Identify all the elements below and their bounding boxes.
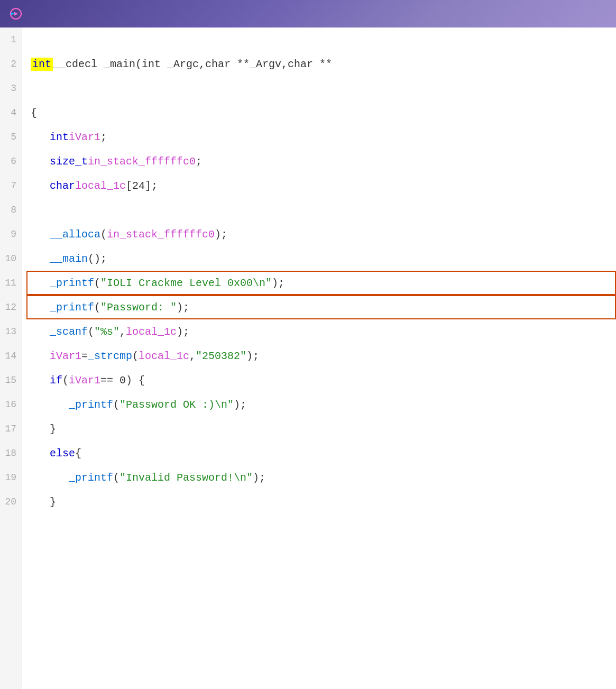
token-type: size_t — [50, 155, 88, 168]
token-str: "IOLI Crackme Level 0x00\n" — [100, 277, 272, 289]
title-bar — [0, 0, 616, 27]
code-line-15: if (iVar1 == 0) { — [31, 368, 616, 392]
token-var: in_stack_ffffffc0 — [107, 228, 215, 241]
code-line-10: __main(); — [31, 246, 616, 271]
decompile-window: 1234567891011121314151617181920 int __cd… — [0, 0, 616, 689]
code-line-19: _printf("Invalid Password!\n"); — [31, 465, 616, 490]
line-number: 7 — [0, 173, 22, 198]
token-plain: ); — [177, 301, 189, 314]
line-number: 3 — [0, 76, 22, 100]
token-plain: ; — [196, 155, 202, 168]
code-area: 1234567891011121314151617181920 int __cd… — [0, 27, 616, 689]
code-line-5: int iVar1; — [31, 125, 616, 149]
line-number: 16 — [0, 392, 22, 417]
code-line-4: { — [31, 100, 616, 125]
line-number: 10 — [0, 246, 22, 271]
code-line-17: } — [31, 417, 616, 441]
token-plain: __cdecl _main(int _Argc,char **_Argv,cha… — [53, 58, 332, 70]
token-plain: { — [31, 107, 37, 119]
line-number: 18 — [0, 441, 22, 465]
line-number: 19 — [0, 465, 22, 490]
code-line-3 — [31, 76, 616, 100]
token-var: iVar1 — [50, 350, 81, 362]
token-plain: ( — [113, 399, 119, 411]
token-type: char — [50, 180, 75, 192]
token-plain: ( — [113, 472, 119, 484]
svg-point-1 — [11, 13, 13, 15]
token-var: iVar1 — [69, 374, 100, 387]
code-line-9: __alloca(in_stack_ffffffc0); — [31, 222, 616, 246]
code-line-7: char local_1c [24]; — [31, 173, 616, 198]
line-number: 9 — [0, 222, 22, 246]
token-plain: , — [119, 326, 126, 338]
code-line-20: } — [31, 490, 616, 514]
token-fn: _printf — [69, 399, 113, 411]
token-str: "250382" — [196, 350, 246, 362]
token-str: "Invalid Password!\n" — [119, 472, 253, 484]
token-var: local_1c — [75, 180, 126, 192]
token-fn: _printf — [50, 301, 94, 314]
token-plain: ); — [215, 228, 227, 241]
line-number: 1 — [0, 27, 22, 52]
token-fn: _scanf — [50, 326, 88, 338]
token-plain: , — [189, 350, 196, 362]
line-number: 14 — [0, 344, 22, 368]
token-plain: ( — [100, 228, 107, 241]
line-number: 4 — [0, 100, 22, 125]
line-number: 2 — [0, 52, 22, 76]
token-fn: _printf — [50, 277, 94, 289]
token-plain: ); — [177, 326, 189, 338]
token-plain: ( — [88, 326, 94, 338]
token-plain: (); — [88, 253, 107, 265]
token-plain: ( — [132, 350, 139, 362]
token-plain: ); — [234, 399, 246, 411]
token-var: local_1c — [139, 350, 189, 362]
token-plain: ( — [94, 277, 100, 289]
code-line-18: else { — [31, 441, 616, 465]
decompile-icon — [8, 6, 23, 21]
code-line-2: int __cdecl _main(int _Argc,char **_Argv… — [31, 52, 616, 76]
line-number: 20 — [0, 490, 22, 514]
token-fn: _strcmp — [88, 350, 132, 362]
line-number: 5 — [0, 125, 22, 149]
token-plain: ); — [246, 350, 259, 362]
token-fn: __main — [50, 253, 88, 265]
token-plain: = — [81, 350, 88, 362]
token-plain: [24]; — [126, 180, 158, 192]
token-fn: __alloca — [50, 228, 100, 241]
code-line-11: _printf("IOLI Crackme Level 0x00\n"); — [31, 271, 616, 295]
token-fn: _printf — [69, 472, 113, 484]
token-str: "Password: " — [100, 301, 177, 314]
token-plain: ( — [94, 301, 100, 314]
line-number: 6 — [0, 149, 22, 173]
token-kw: if — [50, 374, 62, 387]
line-number: 11 — [0, 271, 22, 295]
token-plain: ); — [272, 277, 284, 289]
code-line-6: size_t in_stack_ffffffc0; — [31, 149, 616, 173]
token-plain: ; — [100, 131, 107, 143]
token-kw: else — [50, 447, 75, 460]
token-plain: == 0) { — [100, 374, 145, 387]
code-line-14: iVar1 = _strcmp(local_1c,"250382"); — [31, 344, 616, 368]
token-highlight-kw: int — [31, 58, 53, 71]
line-number: 8 — [0, 198, 22, 222]
code-line-8 — [31, 198, 616, 222]
token-plain: ); — [253, 472, 265, 484]
line-numbers: 1234567891011121314151617181920 — [0, 27, 22, 689]
token-plain: } — [50, 496, 56, 508]
line-number: 15 — [0, 368, 22, 392]
token-var: local_1c — [126, 326, 177, 338]
line-number: 12 — [0, 295, 22, 319]
code-line-13: _scanf("%s",local_1c); — [31, 319, 616, 344]
line-number: 17 — [0, 417, 22, 441]
token-plain: } — [50, 423, 56, 435]
line-number: 13 — [0, 319, 22, 344]
token-str: "%s" — [94, 326, 119, 338]
code-line-1 — [31, 27, 616, 52]
token-plain: { — [75, 447, 81, 460]
code-content: int __cdecl _main(int _Argc,char **_Argv… — [22, 27, 616, 689]
code-line-16: _printf("Password OK :)\n"); — [31, 392, 616, 417]
token-type: int — [50, 131, 69, 143]
code-line-12: _printf("Password: "); — [31, 295, 616, 319]
token-str: "Password OK :)\n" — [119, 399, 234, 411]
